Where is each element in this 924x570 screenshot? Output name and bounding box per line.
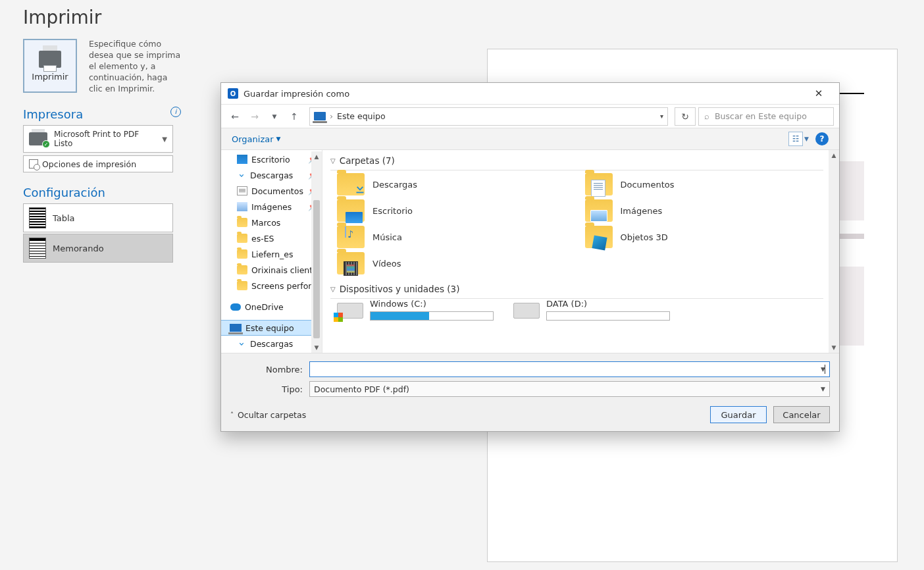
search-icon: ⌕ xyxy=(704,111,709,121)
folder-objetos-3d[interactable]: Objetos 3D xyxy=(585,226,827,248)
chevron-down-icon[interactable]: ▼ xyxy=(804,136,809,142)
drive-d[interactable]: DATA (D:) xyxy=(513,299,670,321)
drive-c-usage xyxy=(370,311,494,321)
folder-musica[interactable]: Música xyxy=(337,226,578,248)
search-input[interactable]: ⌕ Buscar en Este equipo xyxy=(698,107,834,126)
style-table-icon xyxy=(29,207,46,228)
hide-folders-toggle[interactable]: ˄ Ocultar carpetas xyxy=(230,410,306,420)
nav-forward-button[interactable]: → xyxy=(246,108,263,125)
nav-history-button[interactable]: ▼ xyxy=(266,108,283,125)
folder-icon xyxy=(237,281,247,290)
nav-up-button[interactable]: ↑ xyxy=(286,108,303,125)
chevron-down-icon[interactable]: ▼ xyxy=(821,386,825,392)
tree-item-descargas-child[interactable]: Descargas xyxy=(221,336,322,351)
folder-videos[interactable]: Vídeos xyxy=(337,252,578,274)
folder-icon xyxy=(237,265,247,274)
download-icon xyxy=(237,170,246,180)
pictures-icon xyxy=(237,202,247,211)
navigation-tree: Escritorio 📌 Descargas 📌 Documentos 📌 xyxy=(221,150,322,353)
folder-icon xyxy=(237,249,247,259)
view-options-button[interactable]: ☷ xyxy=(788,132,803,146)
page-title: Imprimir xyxy=(23,7,181,28)
printer-icon xyxy=(39,51,61,68)
onedrive-icon xyxy=(230,303,241,311)
print-options-button[interactable]: Opciones de impresión xyxy=(23,155,173,172)
folder-escritorio[interactable]: Escritorio xyxy=(337,199,578,222)
folder-descargas[interactable]: Descargas xyxy=(337,173,578,195)
drive-d-usage xyxy=(546,311,670,321)
style-table[interactable]: Tabla xyxy=(23,203,173,232)
dialog-footer: Nombre: ▼ Tipo: Documento PDF (*.pdf) ▼ … xyxy=(221,353,839,431)
filetype-label: Tipo: xyxy=(230,384,309,394)
address-bar[interactable]: › Este equipo ▾ xyxy=(309,107,668,126)
save-button[interactable]: Guardar xyxy=(710,406,767,423)
nav-row: ← → ▼ ↑ › Este equipo ▾ ↻ ⌕ Buscar en Es… xyxy=(221,104,839,128)
chevron-down-icon[interactable]: ▾ xyxy=(660,113,663,120)
tree-item-documentos[interactable]: Documentos 📌 xyxy=(221,183,322,199)
filetype-select[interactable]: Documento PDF (*.pdf) ▼ xyxy=(309,381,830,397)
objects-3d-icon xyxy=(592,235,607,250)
tree-item-eses[interactable]: es-ES xyxy=(221,230,322,246)
folders-group-header[interactable]: ▽ Carpetas (7) xyxy=(322,150,839,170)
folder-content-pane: ▽ Carpetas (7) Descargas xyxy=(322,150,839,353)
drive-icon xyxy=(513,303,540,319)
print-button-row: Imprimir Especifique cómo desea que se i… xyxy=(23,39,181,94)
tree-item-screens[interactable]: Screens perform xyxy=(221,278,322,294)
filename-input[interactable]: ▼ xyxy=(309,361,830,377)
download-icon xyxy=(353,181,367,197)
print-button-label: Imprimir xyxy=(32,72,68,82)
nav-back-button[interactable]: ← xyxy=(226,108,244,125)
tree-item-este-equipo[interactable]: Este equipo xyxy=(221,320,322,336)
this-pc-icon xyxy=(314,112,326,120)
filename-label: Nombre: xyxy=(230,365,309,375)
style-memo-icon xyxy=(29,238,46,259)
info-icon[interactable]: i xyxy=(170,107,181,117)
drive-windows-icon xyxy=(337,303,363,319)
folder-documentos[interactable]: Documentos xyxy=(585,173,827,195)
document-icon xyxy=(237,186,247,195)
content-scrollbar[interactable]: ▲ ▼ xyxy=(829,150,839,353)
chevron-up-icon: ˄ xyxy=(230,411,234,419)
folder-icon xyxy=(337,252,365,274)
tree-item-descargas[interactable]: Descargas 📌 xyxy=(221,167,322,183)
tree-scrollbar[interactable]: ▲ ▼ xyxy=(311,151,322,353)
download-icon xyxy=(237,339,246,348)
refresh-button[interactable]: ↻ xyxy=(675,107,696,126)
folder-icon xyxy=(337,173,365,195)
tree-item-orixinais[interactable]: Orixinais cliente xyxy=(221,262,322,278)
close-button[interactable]: ✕ xyxy=(805,84,833,103)
organize-menu[interactable]: Organizar ▼ xyxy=(232,134,280,144)
outlook-icon: O xyxy=(228,88,238,99)
cancel-button[interactable]: Cancelar xyxy=(773,406,830,423)
chevron-down-icon: ▽ xyxy=(330,157,336,165)
tree-item-escritorio[interactable]: Escritorio 📌 xyxy=(221,151,322,167)
chevron-down-icon: ▼ xyxy=(276,136,281,142)
style-memo[interactable]: Memorando xyxy=(23,234,173,263)
tree-item-liefern[interactable]: Liefern_es xyxy=(221,246,322,262)
this-pc-icon xyxy=(230,324,242,332)
printer-selector[interactable]: ✓ Microsoft Print to PDF Listo ▼ xyxy=(23,125,173,153)
drive-c[interactable]: Windows (C:) xyxy=(337,299,494,321)
selected-printer-status: Listo xyxy=(54,139,139,148)
dialog-titlebar[interactable]: O Guardar impresión como ✕ xyxy=(221,83,839,104)
tree-item-onedrive[interactable]: OneDrive xyxy=(221,299,322,315)
folder-imagenes[interactable]: Imágenes xyxy=(585,199,827,222)
folder-icon xyxy=(337,226,365,248)
folder-icon xyxy=(237,234,247,243)
folder-icon xyxy=(585,199,613,222)
chevron-down-icon[interactable]: ▼ xyxy=(821,366,825,373)
tree-item-imagenes[interactable]: Imágenes 📌 xyxy=(221,199,322,215)
folder-icon xyxy=(237,218,247,227)
config-heading: Configuración xyxy=(23,186,181,199)
help-button[interactable]: ? xyxy=(815,132,829,145)
print-backstage-panel: Imprimir Imprimir Especifique cómo desea… xyxy=(0,0,197,570)
dialog-title: Guardar impresión como xyxy=(244,89,349,99)
search-placeholder: Buscar en Este equipo xyxy=(715,111,807,121)
devices-group-header[interactable]: ▽ Dispositivos y unidades (3) xyxy=(322,277,839,298)
tree-item-marcos[interactable]: Marcos xyxy=(221,215,322,230)
selected-printer-name: Microsoft Print to PDF xyxy=(54,130,139,139)
svg-rect-0 xyxy=(357,192,364,194)
save-as-dialog: O Guardar impresión como ✕ ← → ▼ ↑ › Est… xyxy=(220,82,840,432)
music-icon xyxy=(345,226,346,238)
print-button[interactable]: Imprimir xyxy=(23,39,77,93)
